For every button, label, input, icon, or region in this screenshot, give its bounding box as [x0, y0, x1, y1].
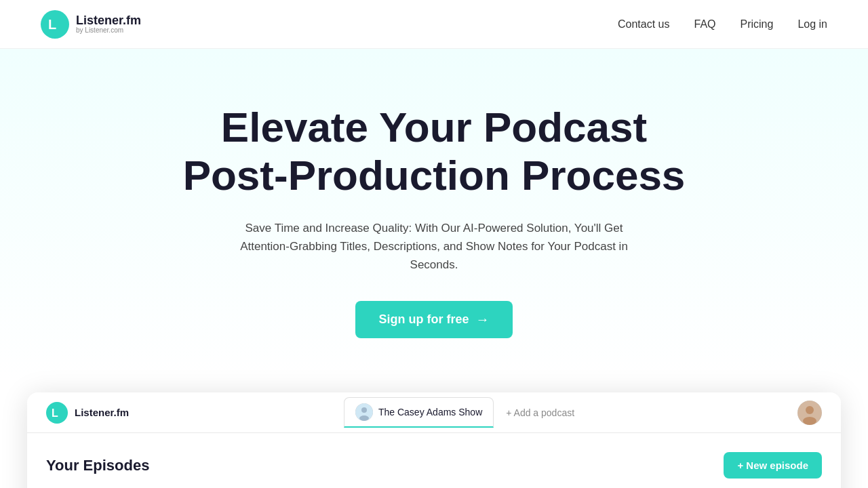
hero-subtext: Save Time and Increase Quality: With Our… [224, 219, 644, 274]
svg-point-6 [359, 415, 369, 421]
logo-sub-text: by Listener.com [76, 27, 141, 34]
episodes-title: Your Episodes [46, 457, 149, 474]
arrow-icon: → [476, 312, 490, 327]
svg-point-9 [803, 417, 816, 425]
nav-login[interactable]: Log in [797, 18, 827, 30]
hero-heading-line2: Post-Production Process [183, 152, 686, 199]
cta-button-label: Sign up for free [378, 312, 469, 327]
hero-section: Elevate Your Podcast Post-Production Pro… [0, 49, 868, 379]
app-logo-icon: L [46, 402, 68, 424]
app-nav: L Listener.fm The Casey Adams Show [27, 392, 841, 433]
app-logo-label: Listener.fm [75, 407, 129, 418]
cta-button[interactable]: Sign up for free → [355, 301, 512, 338]
nav-links: Contact us FAQ Pricing Log in [618, 18, 827, 30]
app-nav-center: The Casey Adams Show + Add a podcast [344, 397, 583, 428]
hero-heading: Elevate Your Podcast Post-Production Pro… [163, 103, 705, 200]
svg-point-8 [806, 406, 814, 414]
svg-point-5 [361, 407, 367, 413]
nav-contact-us[interactable]: Contact us [618, 18, 669, 30]
podcast-avatar [355, 403, 373, 421]
hero-heading-line1: Elevate Your Podcast [221, 104, 647, 150]
main-nav: L Listener.fm by Listener.com Contact us… [0, 0, 868, 49]
podcast-avatar-img [355, 403, 373, 421]
logo[interactable]: L Listener.fm by Listener.com [41, 10, 141, 39]
user-avatar[interactable] [797, 401, 822, 425]
logo-text: Listener.fm by Listener.com [76, 14, 141, 35]
svg-text:L: L [52, 407, 58, 419]
svg-text:L: L [48, 17, 56, 32]
logo-main-text: Listener.fm [76, 14, 141, 28]
add-podcast-label: + Add a podcast [506, 407, 574, 418]
episodes-header: Your Episodes + New episode [46, 452, 822, 479]
podcast-tab-label: The Casey Adams Show [378, 407, 482, 418]
app-preview: L Listener.fm The Casey Adams Show [27, 392, 841, 488]
add-podcast-button[interactable]: + Add a podcast [498, 402, 583, 424]
app-preview-container: L Listener.fm The Casey Adams Show [0, 379, 868, 488]
podcast-tab[interactable]: The Casey Adams Show [344, 397, 494, 428]
logo-icon: L [41, 10, 69, 39]
nav-faq[interactable]: FAQ [694, 18, 715, 30]
user-avatar-img [797, 401, 822, 425]
app-content: Your Episodes + New episode Number Name … [27, 433, 841, 488]
new-episode-button[interactable]: + New episode [724, 452, 822, 479]
app-nav-logo[interactable]: L Listener.fm [46, 402, 129, 424]
nav-pricing[interactable]: Pricing [741, 18, 774, 30]
